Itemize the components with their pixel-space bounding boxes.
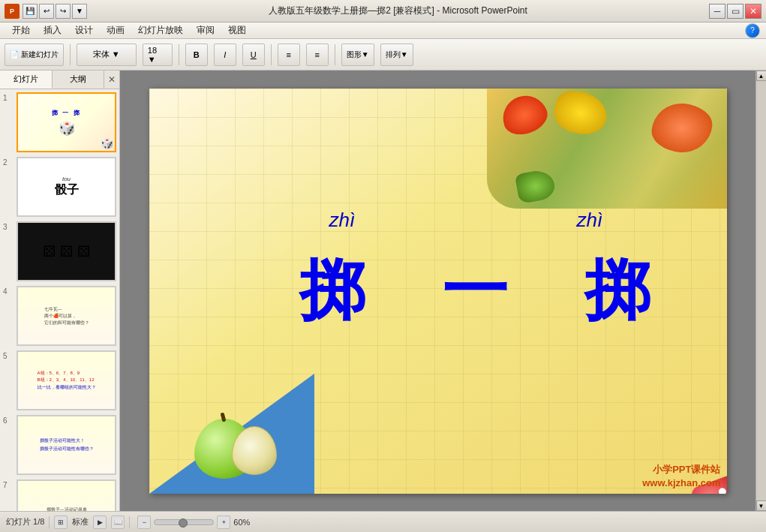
window-title: 人教版五年级数学上册掷—掷2 [兼容模式] - Microsoft PowerP…	[269, 5, 527, 17]
menu-start[interactable]: 开始	[6, 23, 36, 38]
thumb-3-dice: ⚄ ⚄ ⚄	[43, 242, 89, 260]
slide-item-2[interactable]: 2 tou 骰子	[3, 157, 116, 217]
menu-view[interactable]: 视图	[222, 23, 252, 38]
thumb-2-inner: tou 骰子	[18, 158, 115, 215]
window-controls[interactable]: ─ ▭ ✕	[709, 4, 761, 19]
slide-thumb-2[interactable]: tou 骰子	[17, 157, 116, 217]
thumb-7-text: 掷骰子—活动记录单	[47, 506, 87, 512]
panel-tabs: 幻灯片 大纲 ✕	[0, 71, 119, 89]
close-button[interactable]: ✕	[745, 4, 761, 19]
thumb-4-inner: 七牛瓦— 两个🍎可以算， 它们的和可能有哪些？	[18, 287, 115, 344]
zoom-controls: − + 60%	[137, 515, 250, 529]
menu-insert[interactable]: 插入	[38, 23, 68, 38]
thumb-6-inner: 掷骰子活动可能性大！ 掷骰子活动可能性有哪些？	[18, 416, 115, 473]
slide-number-5: 5	[3, 350, 14, 360]
view-normal-button[interactable]: ⊞	[54, 515, 68, 529]
slide-item-6[interactable]: 6 掷骰子活动可能性大！ 掷骰子活动可能性有哪些？	[3, 415, 116, 475]
font-selector[interactable]: 宋体 ▼	[77, 44, 137, 66]
undo-button[interactable]: ↩	[39, 4, 54, 19]
thumb-2-char: 骰子	[55, 182, 79, 198]
zoom-thumb[interactable]	[179, 518, 188, 527]
tab-outline[interactable]: 大纲	[53, 71, 105, 89]
view-label: 标准	[72, 516, 89, 527]
zoom-in-button[interactable]: +	[217, 515, 230, 529]
arrange-button[interactable]: 排列▼	[380, 44, 413, 66]
bold-button[interactable]: B	[185, 44, 208, 66]
shapes-button[interactable]: 图形▼	[341, 44, 374, 66]
slide-item-5[interactable]: 5 A组：5、6、7、8、9 B组：2、3、4、10、11、12 比一比，看哪组…	[3, 350, 116, 410]
font-size-selector[interactable]: 18 ▼	[143, 44, 173, 66]
char-zhi1: 掷	[299, 254, 395, 327]
new-slide-button[interactable]: 📄 新建幻灯片	[5, 44, 64, 66]
redo-button[interactable]: ↪	[56, 4, 71, 19]
char-dash: 一	[442, 254, 538, 327]
thumb-5-text: A组：5、6、7、8、9 B组：2、3、4、10、11、12 比一比，看哪组的可…	[38, 370, 96, 392]
underline-button[interactable]: U	[242, 44, 265, 66]
align-left-button[interactable]: ≡	[278, 44, 300, 66]
slide-zhi2-pinyin: zhì	[577, 209, 603, 232]
app-icon: P	[5, 4, 20, 19]
menu-slideshow[interactable]: 幻灯片放映	[132, 23, 189, 38]
slide-item-4[interactable]: 4 七牛瓦— 两个🍎可以算， 它们的和可能有哪些？	[3, 286, 116, 346]
slide-item-3[interactable]: 3 ⚄ ⚄ ⚄	[3, 221, 116, 281]
dot	[701, 492, 711, 494]
thumb-2-pinyin: tou	[62, 176, 71, 182]
vertical-scrollbar[interactable]: ▲ ▼	[755, 71, 766, 511]
save-button[interactable]: 💾	[23, 4, 38, 19]
align-center-button[interactable]: ≡	[306, 44, 329, 66]
scroll-track[interactable]	[756, 81, 766, 500]
thumb-1-dice-small: 🎲	[101, 137, 113, 149]
tab-slides[interactable]: 幻灯片	[0, 71, 53, 89]
slide-thumb-7[interactable]: 掷骰子—活动记录单	[17, 479, 116, 511]
main-area: 幻灯片 大纲 ✕ 1 掷 一 掷 🎲 🎲 2	[0, 71, 766, 511]
thumb-4-line1: 七牛瓦—	[44, 306, 89, 313]
thumb-4-line2: 两个🍎可以算，	[44, 313, 89, 320]
thumb-4-text: 七牛瓦— 两个🍎可以算， 它们的和可能有哪些？	[44, 306, 89, 326]
thumb-1-title: 掷 一 掷	[52, 109, 80, 117]
watermark: 小学PPT课件站 www.kjzhan.com	[642, 463, 720, 490]
slide-thumb-3[interactable]: ⚄ ⚄ ⚄	[17, 221, 116, 281]
menu-design[interactable]: 设计	[69, 23, 99, 38]
status-divider-1	[49, 516, 50, 528]
slide-number-4: 4	[3, 286, 14, 296]
slide-thumb-4[interactable]: 七牛瓦— 两个🍎可以算， 它们的和可能有哪些？	[17, 286, 116, 346]
thumb-3-inner: ⚄ ⚄ ⚄	[18, 223, 115, 280]
slide-item-7[interactable]: 7 掷骰子—活动记录单	[3, 479, 116, 511]
zoom-out-button[interactable]: −	[137, 515, 151, 529]
slide-thumb-6[interactable]: 掷骰子活动可能性大！ 掷骰子活动可能性有哪些？	[17, 415, 116, 475]
scroll-down-button[interactable]: ▼	[756, 500, 767, 511]
thumb-5-a: A组：5、6、7、8、9	[38, 370, 96, 377]
quick-access-toolbar: 💾 ↩ ↪ ▼	[23, 4, 87, 19]
minimize-button[interactable]: ─	[709, 4, 725, 19]
slide-item-1[interactable]: 1 掷 一 掷 🎲 🎲	[3, 92, 116, 152]
thumb-5-b: B组：2、3、4、10、11、12	[38, 377, 96, 384]
help-button[interactable]: ?	[745, 23, 760, 38]
slide-thumb-5[interactable]: A组：5、6、7、8、9 B组：2、3、4、10、11、12 比一比，看哪组的可…	[17, 350, 116, 410]
slide-panel: 幻灯片 大纲 ✕ 1 掷 一 掷 🎲 🎲 2	[0, 71, 120, 511]
italic-button[interactable]: I	[214, 44, 236, 66]
panel-close-button[interactable]: ✕	[104, 71, 119, 89]
slide-main-text: 掷 一 掷	[299, 246, 680, 335]
main-with-scroll: zhì zhì 掷 一 掷 小学PPT课件站 www.kjzhan.com ▲	[120, 71, 766, 511]
slide-view[interactable]: zhì zhì 掷 一 掷 小学PPT课件站 www.kjzhan.com	[149, 89, 727, 494]
thumb-5-c: 比一比，看哪组的可能性大？	[38, 384, 96, 392]
menu-bar: 开始 插入 设计 动画 幻灯片放映 审阅 视图 ?	[0, 23, 766, 39]
menu-animation[interactable]: 动画	[101, 23, 131, 38]
toolbar-divider-2	[179, 44, 179, 65]
status-divider-2	[129, 516, 130, 528]
toolbar-divider-3	[271, 44, 272, 65]
slide-thumb-1[interactable]: 掷 一 掷 🎲 🎲	[17, 92, 116, 152]
thumb-4-line3: 它们的和可能有哪些？	[44, 320, 89, 326]
restore-button[interactable]: ▭	[727, 4, 743, 19]
menu-review[interactable]: 审阅	[191, 23, 221, 38]
customize-button[interactable]: ▼	[72, 4, 87, 19]
view-slideshow-button[interactable]: ▶	[93, 515, 107, 529]
slides-list: 1 掷 一 掷 🎲 🎲 2 tou 骰子	[0, 89, 119, 511]
char-zhi2: 掷	[584, 254, 680, 327]
toolbar: 📄 新建幻灯片 宋体 ▼ 18 ▼ B I U ≡ ≡ 图形▼ 排列▼	[0, 39, 766, 71]
thumb-6-text: 掷骰子活动可能性大！ 掷骰子活动可能性有哪些？	[40, 437, 94, 453]
slide-topright-image	[487, 89, 727, 209]
scroll-up-button[interactable]: ▲	[756, 71, 767, 81]
zoom-slider[interactable]	[154, 519, 214, 525]
view-reading-button[interactable]: 📖	[111, 515, 125, 529]
